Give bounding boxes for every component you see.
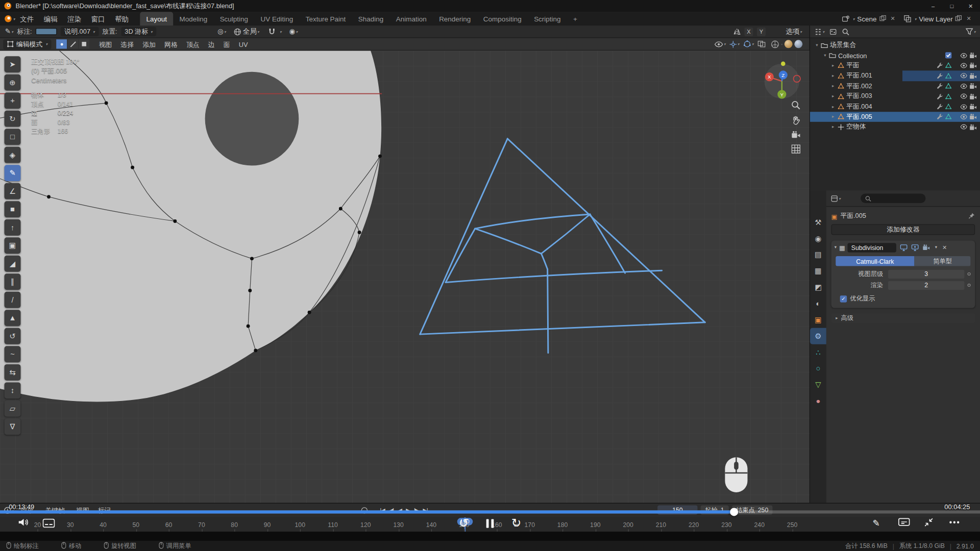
collection-exclude-checkbox[interactable] bbox=[945, 52, 951, 59]
orientation-dropdown[interactable]: 全局▾ bbox=[233, 27, 259, 36]
mirror-y-toggle[interactable]: Y bbox=[757, 27, 766, 36]
blender-menu-icon[interactable]: ▾ bbox=[4, 14, 15, 23]
show-object-types-dropdown[interactable]: ▾ bbox=[715, 41, 726, 47]
subtitle-icon[interactable] bbox=[42, 518, 55, 528]
advanced-subpanel[interactable]: ▸ 高级 bbox=[831, 313, 975, 323]
outliner-row-scene-collection[interactable]: ▾场景集合 bbox=[810, 40, 980, 50]
new-scene-icon[interactable] bbox=[879, 15, 887, 22]
expander-icon[interactable]: ▸ bbox=[830, 114, 836, 119]
hide-viewport-toggle-icon[interactable] bbox=[960, 82, 968, 90]
viewport-menu-选择[interactable]: 选择 bbox=[116, 38, 138, 50]
outliner-row-plane[interactable]: ▸平面 bbox=[810, 61, 980, 71]
hide-render-toggle-icon[interactable] bbox=[969, 62, 977, 69]
tool-annotate[interactable]: ✎ bbox=[5, 165, 21, 181]
tool-bevel[interactable]: ◢ bbox=[5, 256, 21, 272]
proportional-edit-icon[interactable]: ◉▾ bbox=[289, 28, 298, 36]
pivot-point-dropdown[interactable]: ◎▾ bbox=[217, 28, 226, 36]
solid-shading-button[interactable] bbox=[781, 43, 782, 44]
mesh-data-icon[interactable] bbox=[945, 103, 951, 110]
modifier-field-渲染[interactable]: 2 bbox=[888, 281, 964, 289]
panel-expander-icon[interactable]: ▾ bbox=[835, 245, 837, 250]
outliner-row-plane-003[interactable]: ▸平面.003 bbox=[810, 91, 980, 102]
new-view-layer-icon[interactable] bbox=[955, 15, 963, 22]
snap-settings-dropdown[interactable]: ▾ bbox=[279, 30, 282, 34]
annotation-color-swatch[interactable] bbox=[36, 28, 57, 35]
tool-shear[interactable]: ▱ bbox=[5, 400, 21, 417]
workspace-tab-Animation[interactable]: Animation bbox=[389, 12, 432, 26]
overlays-dropdown[interactable]: ▾ bbox=[743, 40, 754, 48]
pause-button[interactable] bbox=[486, 519, 494, 528]
hide-viewport-toggle-icon[interactable] bbox=[960, 92, 968, 100]
workspace-tab-Scripting[interactable]: Scripting bbox=[528, 12, 567, 26]
tool-extrude-region[interactable]: ↑ bbox=[5, 219, 21, 236]
viewport-menu-添加[interactable]: 添加 bbox=[138, 38, 160, 50]
video-progress-bar[interactable] bbox=[0, 510, 980, 513]
volume-icon[interactable] bbox=[17, 517, 29, 528]
rewind-10-button[interactable]: ↺ 10 bbox=[457, 517, 470, 530]
workspace-tab-Rendering[interactable]: Rendering bbox=[433, 12, 477, 26]
hide-viewport-toggle-icon[interactable] bbox=[960, 103, 968, 110]
mesh-data-icon[interactable] bbox=[945, 62, 951, 69]
properties-tab-render[interactable]: ◉ bbox=[810, 231, 826, 247]
annotate-pen-icon[interactable]: ✎ bbox=[872, 518, 879, 528]
camera-view-icon[interactable] bbox=[791, 131, 800, 139]
expander-icon[interactable]: ▸ bbox=[830, 94, 836, 99]
viewport-menu-网格[interactable]: 网格 bbox=[160, 38, 182, 50]
outliner-row-plane-002[interactable]: ▸平面.002 bbox=[810, 81, 980, 91]
menu-帮助[interactable]: 帮助 bbox=[110, 12, 134, 26]
properties-editor-dropdown[interactable]: ▾ bbox=[830, 194, 841, 202]
viewport-menu-面[interactable]: 面 bbox=[219, 38, 234, 50]
pin-icon[interactable] bbox=[968, 212, 975, 220]
pan-hand-icon[interactable] bbox=[791, 116, 800, 125]
snap-toggle-icon[interactable] bbox=[268, 28, 276, 35]
properties-tab-object[interactable]: ▣ bbox=[810, 312, 826, 328]
tool-shrink-fatten[interactable]: ↕ bbox=[5, 382, 21, 398]
modifier-indicator-icon[interactable] bbox=[936, 62, 943, 69]
tool-poly-build[interactable]: ▲ bbox=[5, 310, 21, 326]
modifier-indicator-icon[interactable] bbox=[936, 93, 943, 99]
hide-viewport-toggle-icon[interactable] bbox=[960, 62, 968, 69]
placement-dropdown[interactable]: 3D 游标▾ bbox=[121, 27, 156, 36]
gizmos-dropdown[interactable]: ▾ bbox=[729, 40, 740, 48]
vertex-select-button[interactable] bbox=[56, 39, 67, 48]
outliner-row-plane-005[interactable]: ▸平面.005 bbox=[810, 112, 980, 122]
expander-icon[interactable]: ▾ bbox=[822, 53, 828, 58]
maximize-button[interactable]: □ bbox=[943, 0, 962, 12]
hide-render-toggle-icon[interactable] bbox=[969, 52, 977, 59]
properties-tab-object-data[interactable]: ▽ bbox=[810, 377, 826, 393]
modifier-field-视图层级[interactable]: 3 bbox=[888, 269, 964, 278]
active-tool-dropdown[interactable]: ✎▾ bbox=[5, 28, 13, 36]
workspace-tab-Layout[interactable]: Layout bbox=[140, 12, 173, 26]
properties-tab-view-layer[interactable]: ▦ bbox=[810, 263, 826, 280]
tool-loop-cut[interactable]: ∥ bbox=[5, 273, 21, 290]
close-button[interactable]: ✕ bbox=[961, 0, 980, 12]
edge-select-button[interactable] bbox=[67, 39, 78, 48]
outliner-row-plane-004[interactable]: ▸平面.004 bbox=[810, 102, 980, 112]
hide-render-toggle-icon[interactable] bbox=[969, 103, 977, 110]
hide-viewport-toggle-icon[interactable] bbox=[960, 72, 968, 80]
properties-tab-world[interactable]: ◐ bbox=[810, 295, 826, 312]
tool-knife[interactable]: / bbox=[5, 292, 21, 308]
modifier-editmode-toggle-icon[interactable] bbox=[900, 244, 908, 251]
hide-render-toggle-icon[interactable] bbox=[969, 72, 977, 79]
animate-property-icon[interactable] bbox=[968, 284, 971, 287]
expander-icon[interactable]: ▾ bbox=[814, 42, 820, 47]
tool-cursor[interactable]: ⊕ bbox=[5, 74, 21, 91]
modifier-indicator-icon[interactable] bbox=[936, 113, 943, 120]
tool-add-cube[interactable]: ■ bbox=[5, 201, 21, 217]
navigation-gizmo[interactable]: X Z Y bbox=[762, 60, 802, 100]
outliner-display-mode-icon[interactable] bbox=[829, 28, 837, 35]
outliner-row-plane-001[interactable]: ▸平面.001 bbox=[810, 71, 980, 81]
unlink-scene-icon[interactable]: ✕ bbox=[890, 16, 895, 22]
outliner-row-empty[interactable]: ▸空物体 bbox=[810, 122, 980, 132]
properties-tab-output[interactable]: ▤ bbox=[810, 247, 826, 263]
menu-窗口[interactable]: 窗口 bbox=[86, 12, 110, 26]
tool-select-box[interactable]: ➤ bbox=[5, 56, 21, 72]
modifier-extras-dropdown-icon[interactable]: ▾ bbox=[935, 245, 937, 250]
hide-render-toggle-icon[interactable] bbox=[969, 113, 977, 120]
workspace-tab-+[interactable]: + bbox=[567, 12, 583, 26]
menu-文件[interactable]: 文件 bbox=[15, 12, 39, 26]
workspace-tab-Modeling[interactable]: Modeling bbox=[173, 12, 213, 26]
modifier-close-icon[interactable]: ✕ bbox=[942, 244, 947, 251]
properties-tab-scene[interactable]: ◩ bbox=[810, 279, 826, 295]
